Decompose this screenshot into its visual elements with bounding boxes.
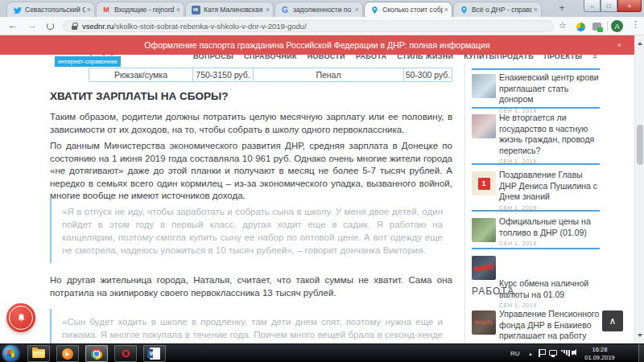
news-title[interactable]: Поздравление Главы ДНР Дениса Пушилина с… [499,170,600,203]
display-tray-icon[interactable] [549,350,557,356]
tab-google-search[interactable]: G задолженности по зарп × [275,2,363,17]
gmail-favicon-icon: M [101,5,111,14]
sidebar-divider [472,107,600,109]
tab-dnr-guide[interactable]: Всё о ДНР - справочни × [453,2,542,17]
url-text[interactable]: vsednr.ru/skolko-stoit-sobrat-rebenka-v-… [82,22,307,31]
bookmark-star-icon[interactable]: ☆ [559,20,567,31]
news-title[interactable]: Не вторгается ли государство в частную ж… [499,113,600,156]
table-cell: 750-3150 руб. [192,68,253,81]
tab-gmail[interactable]: M Входящие - rejnord738 × [96,2,184,17]
sidebar-divider [472,163,600,165]
notification-bell-button[interactable] [6,303,35,332]
pin-favicon-icon [369,5,379,14]
tab-close-icon[interactable]: × [355,6,359,14]
tab-close-icon[interactable]: × [444,6,448,14]
tab-twitter[interactable]: Севастопольский GaLL × [6,2,95,17]
article-blockquote: «Я в отпуск не иду, чтобы заработать и с… [50,199,443,263]
tab-close-icon[interactable]: × [176,6,180,14]
tab-close-icon[interactable]: × [266,6,270,14]
page-scrollbar[interactable] [634,35,644,343]
news-thumbnail [472,74,496,98]
news-title[interactable]: Официальные цены на топливо в ДНР (01.09… [499,216,600,238]
news-title[interactable]: Енакиевский центр крови приглашает стать… [499,72,600,105]
news-thumbnail [472,114,496,138]
start-button[interactable] [2,345,19,362]
window-controls: – □ × [584,0,642,12]
sidebar-divider [472,248,600,249]
word-icon: W [150,348,160,360]
news-date: СЕН 1, 2019 [499,241,600,246]
url-domain: vsednr.ru [82,22,114,31]
tab-title: задолженности по зарп [293,6,353,14]
taskbar-opera-button[interactable]: O [114,345,137,362]
browser-menu-icon[interactable]: ⋮ [631,19,640,30]
taskbar-media-player-button[interactable]: ▶ [56,345,79,362]
volume-icon[interactable] [572,351,574,355]
tab-title: Севастопольский GaLL [25,6,85,14]
scroll-to-top-button[interactable]: ∧ [602,311,623,331]
minimize-button[interactable]: – [584,0,601,12]
table-cell: Рюкзак/сумка [89,68,192,81]
media-player-icon: ▶ [62,348,73,360]
sidebar-news-item[interactable]: Курс обмена наличной валюты на 01.09 СЕН… [472,254,600,308]
windows-logo-icon [7,350,14,357]
reload-icon[interactable] [47,23,54,30]
news-thumbnail [472,218,496,242]
windows-taskbar: ▶ O W RU ▲ 16:28 01.09.2019 [0,343,644,362]
news-thumbnail: 1 [472,171,496,195]
extension-badge-icon[interactable] [592,23,601,31]
article-blockquote: «Сын будет ходить в школе в продленку, т… [50,309,443,343]
profile-avatar[interactable]: A [611,20,623,32]
sidebar-divider [472,210,600,212]
content-sidebar-divider [464,64,465,343]
tray-expand-icon[interactable]: ▲ [528,344,533,362]
taskbar-word-button[interactable]: W [143,345,166,362]
clock-time: 16:28 [581,346,618,354]
language-indicator[interactable]: RU [510,344,520,362]
notification-banner[interactable]: Оформление паспорта гражданина Российско… [0,35,634,55]
article-paragraph: По данным Министерства экономического ра… [50,140,452,203]
tab-title: Сколько стоит собрать [382,6,443,14]
network-signal-icon[interactable] [561,350,570,356]
taskbar-explorer-button[interactable] [27,345,50,362]
table-cell: Пенал [253,68,403,81]
close-window-button[interactable]: × [617,0,642,12]
scrollbar-down-arrow[interactable] [638,334,642,339]
tab-close-icon[interactable]: × [534,6,538,14]
address-bar[interactable]: vsednr.ru/skolko-stoit-sobrat-rebenka-v-… [63,20,554,32]
table-cell: 50-300 руб. [403,68,452,81]
tab-active-article[interactable]: Сколько стоит собрать × [364,2,452,17]
tab-title: Катя Малиновская [204,6,264,14]
chrome-icon [91,348,102,360]
screen: Севастопольский GaLL × M Входящие - rejn… [0,0,644,362]
action-center-flag-icon[interactable] [539,349,540,357]
explorer-icon [32,349,45,358]
site-badge: интернет-справочник [55,56,121,67]
new-tab-button[interactable]: + [552,2,572,15]
tab-close-icon[interactable]: × [87,6,91,14]
news-title[interactable]: Управление Пенсионного фонда ДНР в Енаки… [499,309,600,342]
scrollbar-up-arrow[interactable] [638,39,642,45]
google-favicon-icon: G [280,5,290,14]
browser-toolbar: ← → vsednr.ru/skolko-stoit-sobrat-rebenk… [0,17,644,35]
taskbar-chrome-button[interactable] [85,345,108,362]
back-icon[interactable]: ← [6,19,19,31]
sidebar-news-item[interactable]: 1 Поздравление Главы ДНР Дениса Пушилина… [472,170,600,211]
article-paragraph: Но другая жительница города, Наталья, сч… [50,274,452,299]
news-thumbnail: РАБОТА [472,311,496,335]
show-desktop-button[interactable] [638,344,644,362]
forward-icon[interactable]: → [26,19,39,31]
bell-icon [15,312,27,324]
maximize-button[interactable]: □ [601,0,617,12]
extension-icon[interactable] [576,23,585,31]
banner-close-icon[interactable]: × [617,35,621,55]
browser-tab-strip: Севастопольский GaLL × M Входящие - rejn… [0,0,644,17]
scrollbar-thumb[interactable] [637,125,643,165]
sidebar-news-item[interactable]: Не вторгается ли государство в частную ж… [472,113,600,164]
sidebar-news-item[interactable]: Официальные цены на топливо в ДНР (01.09… [472,216,600,246]
taskbar-clock[interactable]: 16:28 01.09.2019 [581,346,618,362]
tab-vk[interactable]: VK Катя Малиновская × [185,2,274,17]
pin-favicon-icon [459,5,469,14]
vk-favicon-icon: VK [191,5,200,14]
banner-link[interactable]: Оформление паспорта гражданина Российско… [0,35,634,55]
